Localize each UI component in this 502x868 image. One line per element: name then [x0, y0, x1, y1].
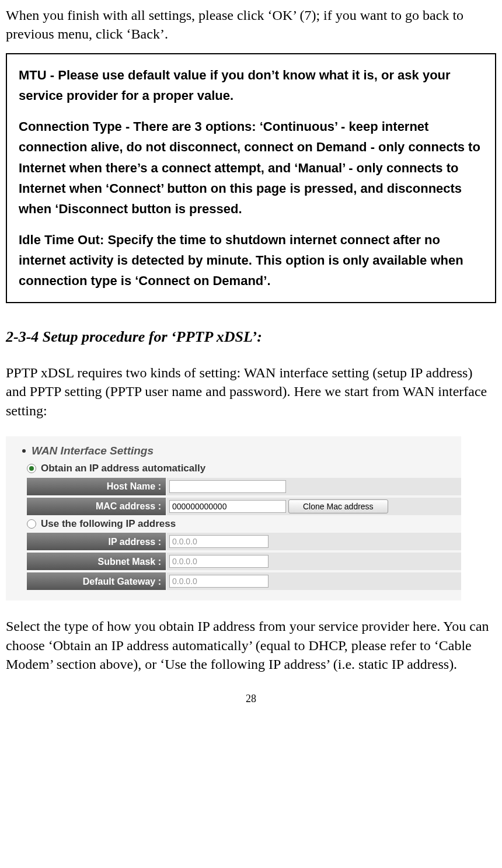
radio-obtain-auto[interactable]	[27, 464, 36, 473]
mac-address-label: MAC address :	[27, 498, 167, 515]
radio-use-following[interactable]	[27, 519, 36, 529]
page-number: 28	[6, 692, 496, 706]
box-connection-type-text: Connection Type - There are 3 options: ‘…	[19, 116, 484, 219]
option-use-following-label: Use the following IP address	[41, 518, 176, 531]
default-gateway-input[interactable]	[169, 575, 269, 588]
subnet-mask-value-area	[167, 553, 461, 570]
mac-address-row: MAC address : Clone Mac address	[6, 498, 461, 515]
host-name-row: Host Name :	[6, 478, 461, 495]
wan-interface-settings-panel: WAN Interface Settings Obtain an IP addr…	[6, 436, 461, 601]
bullet-icon	[22, 449, 26, 453]
option-use-following-row[interactable]: Use the following IP address	[6, 518, 461, 531]
ip-address-row: IP address :	[6, 533, 461, 550]
intro-text: When you finish with all settings, pleas…	[6, 6, 496, 44]
section-heading: 2-3-4 Setup procedure for ‘PPTP xDSL’:	[6, 327, 496, 347]
ip-address-label: IP address :	[27, 533, 167, 550]
default-gateway-label: Default Gateway :	[27, 572, 167, 590]
box-idle-timeout-text: Idle Time Out: Specify the time to shutd…	[19, 230, 484, 291]
host-name-input[interactable]	[169, 480, 286, 493]
subnet-mask-row: Subnet Mask :	[6, 553, 461, 570]
ip-address-value-area	[167, 533, 461, 550]
box-mtu-text: MTU - Please use default value if you do…	[19, 65, 484, 106]
section-intro-text: PPTP xDSL requires two kinds of setting:…	[6, 363, 496, 420]
option-obtain-auto-label: Obtain an IP address automatically	[41, 462, 205, 475]
subnet-mask-input[interactable]	[169, 555, 269, 568]
clone-mac-address-button[interactable]: Clone Mac address	[288, 499, 388, 513]
section-after-text: Select the type of how you obtain IP add…	[6, 617, 496, 673]
panel-title-row: WAN Interface Settings	[6, 443, 461, 459]
info-box: MTU - Please use default value if you do…	[6, 53, 496, 303]
mac-address-input[interactable]	[169, 500, 286, 513]
subnet-mask-label: Subnet Mask :	[27, 553, 167, 570]
mac-address-value-area: Clone Mac address	[167, 498, 461, 515]
default-gateway-row: Default Gateway :	[6, 572, 461, 590]
host-name-label: Host Name :	[27, 478, 167, 495]
panel-title: WAN Interface Settings	[32, 443, 154, 459]
default-gateway-value-area	[167, 572, 461, 590]
ip-address-input[interactable]	[169, 535, 269, 548]
host-name-value-area	[167, 478, 461, 495]
option-obtain-auto-row[interactable]: Obtain an IP address automatically	[6, 462, 461, 475]
